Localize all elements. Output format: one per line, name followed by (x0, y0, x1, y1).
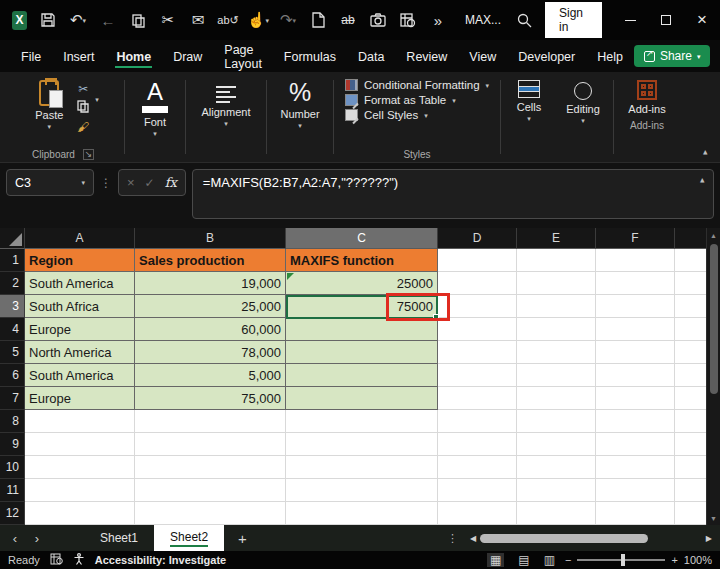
cell[interactable] (286, 479, 438, 502)
touch-mouse-mode-icon[interactable]: ☝▾ (245, 7, 271, 33)
column-header-d[interactable]: D (438, 228, 517, 249)
cell-D4[interactable] (438, 318, 517, 341)
cell-A1[interactable]: Region (25, 249, 135, 272)
cell[interactable] (135, 479, 286, 502)
macro-record-icon[interactable] (50, 553, 63, 567)
sheet-options-dots-icon[interactable]: ⋮ (439, 532, 466, 545)
zoom-slider[interactable] (577, 559, 665, 561)
cell-D1[interactable] (438, 249, 517, 272)
cell[interactable] (135, 456, 286, 479)
horizontal-scrollbar-thumb[interactable] (480, 534, 648, 543)
row-header-8[interactable]: 8 (0, 410, 25, 433)
cell-C1[interactable]: MAXIFS function (286, 249, 438, 272)
cell-E6[interactable] (517, 364, 596, 387)
cell-E1[interactable] (517, 249, 596, 272)
page-break-view-icon[interactable]: ▥ (544, 553, 555, 567)
cell[interactable] (675, 479, 706, 502)
column-header-partial[interactable] (675, 228, 706, 249)
cell-A3[interactable]: South Africa (25, 295, 135, 318)
cell[interactable] (286, 433, 438, 456)
format-painter-button[interactable]: 🖌︎ (77, 120, 89, 134)
cell[interactable] (135, 410, 286, 433)
email-edit-icon[interactable]: ✉ (185, 7, 211, 33)
cell-D7[interactable] (438, 387, 517, 410)
minimize-button[interactable] (612, 0, 648, 40)
row-header-1[interactable]: 1 (0, 249, 25, 272)
cell[interactable] (596, 433, 675, 456)
column-header-c[interactable]: C (286, 228, 438, 249)
cell-D5[interactable] (438, 341, 517, 364)
cell[interactable] (675, 364, 706, 387)
scroll-up-icon[interactable]: ▲ (710, 228, 717, 242)
cell[interactable] (25, 502, 135, 525)
tab-home[interactable]: Home (105, 43, 162, 70)
cell-A4[interactable]: Europe (25, 318, 135, 341)
cell-F5[interactable] (596, 341, 675, 364)
cell[interactable] (675, 249, 706, 272)
cell[interactable] (596, 456, 675, 479)
cell-E7[interactable] (517, 387, 596, 410)
cancel-formula-icon[interactable]: × (127, 175, 135, 190)
cell-F1[interactable] (596, 249, 675, 272)
search-icon[interactable] (511, 7, 537, 33)
tab-file[interactable]: File (10, 43, 52, 70)
cell[interactable] (596, 410, 675, 433)
column-header-f[interactable]: F (596, 228, 675, 249)
cut-button[interactable]: ✂ (78, 82, 88, 96)
enter-formula-icon[interactable]: ✓ (145, 176, 155, 190)
vertical-scrollbar[interactable]: ▲ ▼ (706, 228, 720, 525)
clipboard-dialog-launcher-icon[interactable]: ↘ (83, 149, 94, 160)
cell-styles-button[interactable]: Cell Styles▾ (345, 109, 428, 121)
copy-button[interactable] (77, 100, 89, 116)
close-button[interactable]: × (684, 0, 720, 40)
cell[interactable] (25, 410, 135, 433)
row-header-3[interactable]: 3 (0, 295, 25, 318)
scroll-down-icon[interactable]: ▼ (710, 511, 717, 525)
redo-icon[interactable]: ↷▾ (275, 7, 301, 33)
cell[interactable] (675, 433, 706, 456)
share-button[interactable]: Share▾ (634, 45, 711, 67)
cell-A2[interactable]: South America (25, 272, 135, 295)
cell-E2[interactable] (517, 272, 596, 295)
alignment-button[interactable]: Alignment▾ (194, 78, 259, 129)
sheet-tab-sheet2-active[interactable]: Sheet2 (154, 525, 224, 551)
cell[interactable] (517, 410, 596, 433)
save-icon[interactable] (35, 7, 61, 33)
cell-F4[interactable] (596, 318, 675, 341)
cell-C2[interactable]: 25000 (286, 272, 438, 295)
zoom-out-icon[interactable]: − (565, 554, 571, 566)
copy-icon[interactable] (125, 7, 151, 33)
cell[interactable] (675, 272, 706, 295)
horizontal-scrollbar[interactable]: ◀ ▶ (466, 534, 716, 543)
maximize-button[interactable] (648, 0, 684, 40)
cell-B6[interactable]: 5,000 (135, 364, 286, 387)
undo-icon[interactable]: ↶▾ (65, 7, 91, 33)
row-header-6[interactable]: 6 (0, 364, 25, 387)
tab-help[interactable]: Help (586, 43, 634, 70)
cell[interactable] (675, 387, 706, 410)
accessibility-status[interactable]: Accessibility: Investigate (95, 554, 226, 566)
find-replace-icon[interactable]: ab↺ (215, 7, 241, 33)
format-as-table-button[interactable]: Format as Table▾ (345, 94, 456, 106)
cell-D3[interactable] (438, 295, 517, 318)
number-button[interactable]: % Number▾ (272, 78, 327, 131)
row-header-7[interactable]: 7 (0, 387, 25, 410)
insert-function-icon[interactable]: fx (165, 175, 177, 190)
tab-data[interactable]: Data (347, 43, 395, 70)
cell-E3[interactable] (517, 295, 596, 318)
column-header-e[interactable]: E (517, 228, 596, 249)
collapse-formula-bar-icon[interactable]: ▾ (700, 176, 705, 186)
font-button[interactable]: A Font▾ (134, 78, 176, 139)
page-layout-view-icon[interactable]: ▤ (518, 553, 529, 567)
cell[interactable] (517, 456, 596, 479)
cell[interactable] (286, 502, 438, 525)
cell-A5[interactable]: North America (25, 341, 135, 364)
tab-insert[interactable]: Insert (52, 43, 105, 70)
normal-view-icon[interactable]: ▦ (487, 553, 504, 567)
tab-developer[interactable]: Developer (507, 43, 586, 70)
cell[interactable] (135, 502, 286, 525)
tab-formulas[interactable]: Formulas (273, 43, 347, 70)
zoom-in-icon[interactable]: + (671, 554, 677, 566)
cells-button[interactable]: Cells▾ (509, 78, 549, 124)
zoom-slider-thumb[interactable] (621, 554, 625, 566)
